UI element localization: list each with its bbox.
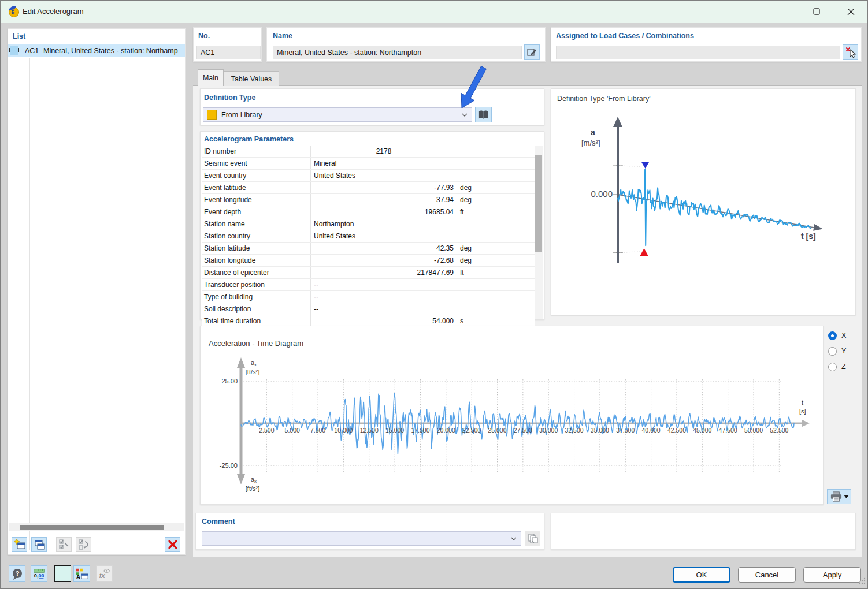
invert-selection-button[interactable]	[76, 537, 91, 552]
number-field[interactable]: AC1	[196, 46, 261, 59]
parameter-value: --	[311, 279, 457, 290]
formula-button[interactable]: fx	[96, 565, 113, 582]
list-item-no: AC1	[21, 47, 40, 55]
comment-combo[interactable]	[202, 531, 521, 546]
list-panel: List AC1Mineral, United States - station…	[8, 28, 186, 555]
help-icon: ?	[11, 568, 24, 580]
library-preview-diagram: a[m/s²]0.000t [s]	[551, 89, 856, 316]
rename-button[interactable]	[524, 44, 540, 60]
axis-radio-z[interactable]: Z	[828, 361, 846, 372]
name-group: Name Mineral, United States - station: N…	[266, 27, 546, 62]
apply-button[interactable]: Apply	[803, 567, 861, 583]
print-dropdown-icon	[844, 495, 849, 498]
delete-button[interactable]	[165, 537, 180, 552]
app-icon: 6	[8, 5, 20, 17]
list-horizontal-scrollbar[interactable]	[9, 523, 184, 531]
svg-text:42.500: 42.500	[667, 427, 686, 434]
print-button[interactable]	[827, 489, 851, 504]
display-settings-button[interactable]: A	[73, 565, 90, 582]
deselect-cursor-icon	[845, 47, 856, 58]
copy-comment-button[interactable]	[525, 531, 540, 546]
help-button[interactable]: ?	[9, 565, 25, 582]
accelerogram-list: AC1Mineral, United States - station: Nor…	[8, 44, 185, 57]
svg-text:27.500: 27.500	[514, 427, 532, 434]
svg-text:ax: ax	[251, 476, 257, 484]
units-settings-button[interactable]: 0,00	[31, 565, 47, 582]
acceleration-time-chart: 25.00-25.002.5005.0007.50010.00012.50015…	[201, 326, 824, 505]
new-accelerogram-button[interactable]	[12, 537, 27, 552]
assigned-field[interactable]	[556, 46, 840, 59]
chevron-down-icon	[511, 537, 517, 540]
edit-pencil-icon	[526, 47, 537, 58]
parameter-label: Station country	[202, 230, 311, 242]
assigned-group: Assigned to Load Cases / Combinations	[551, 27, 862, 62]
tab-table-values-label: Table Values	[231, 75, 272, 83]
check-all-button[interactable]	[56, 537, 72, 552]
list-item-swatch	[10, 46, 18, 55]
clear-assignment-button[interactable]	[843, 44, 858, 60]
preview-panel: Definition Type 'From Library' a[m/s²]0.…	[551, 88, 856, 315]
list-title: List	[13, 32, 25, 40]
name-field[interactable]: Mineral, United States - station: Northa…	[273, 46, 522, 59]
number-label: No.	[198, 32, 210, 40]
parameter-row: Event countryUnited States	[202, 170, 535, 182]
window-title: Edit Accelerogram	[23, 7, 84, 16]
parameter-unit	[457, 279, 535, 290]
svg-text:47.500: 47.500	[719, 427, 737, 434]
parameter-label: ID number	[202, 146, 311, 157]
definition-type-combo[interactable]: From Library	[203, 107, 472, 122]
svg-text:t: t	[802, 399, 803, 406]
definition-type-value: From Library	[221, 111, 262, 119]
parameter-row: Station longitude-72.68deg	[202, 255, 535, 267]
svg-text:[s]: [s]	[799, 408, 806, 415]
svg-text:?: ?	[15, 570, 19, 577]
svg-text:[ft/s²]: [ft/s²]	[246, 485, 259, 492]
new-item-icon	[13, 538, 26, 551]
svg-text:10.000: 10.000	[334, 427, 353, 434]
close-button[interactable]	[838, 3, 863, 20]
copy-accelerogram-button[interactable]	[31, 537, 47, 552]
radio-label: Y	[841, 347, 846, 355]
svg-text:2.500: 2.500	[259, 427, 274, 434]
parameter-value: Mineral	[311, 158, 457, 169]
parameters-scrollbar[interactable]	[535, 146, 543, 319]
parameter-label: Type of building	[202, 291, 311, 303]
display-settings-icon: A	[75, 567, 89, 581]
axis-radio-y[interactable]: Y	[828, 345, 846, 357]
maximize-button[interactable]	[804, 3, 829, 20]
parameter-label: Total time duration	[202, 315, 311, 327]
parameter-value: --	[311, 303, 457, 315]
parameter-value: -72.68	[311, 255, 457, 266]
list-item[interactable]: AC1Mineral, United States - station: Nor…	[8, 44, 185, 57]
parameter-unit	[457, 230, 535, 242]
resize-grip[interactable]	[858, 577, 866, 585]
svg-text:fx: fx	[99, 571, 105, 580]
number-group: No. AC1	[193, 27, 262, 62]
parameter-label: Transducer position	[202, 279, 311, 290]
color-scheme-button[interactable]	[54, 565, 71, 582]
assigned-label: Assigned to Load Cases / Combinations	[556, 32, 694, 40]
tab-table-values[interactable]: Table Values	[224, 71, 279, 86]
svg-text:37.500: 37.500	[616, 427, 635, 434]
scrollbar-thumb[interactable]	[535, 155, 542, 252]
parameter-unit: ft	[457, 206, 535, 218]
formula-fx-icon: fx	[98, 567, 112, 581]
tab-main-label: Main	[203, 74, 218, 82]
tab-main[interactable]: Main	[198, 69, 224, 86]
parameter-row: Transducer position--	[202, 279, 535, 291]
cancel-button[interactable]: Cancel	[738, 567, 796, 583]
radio-icon	[828, 347, 837, 356]
axis-radio-x[interactable]: X	[828, 330, 846, 341]
svg-text:17.500: 17.500	[411, 427, 429, 434]
copy-pages-icon	[527, 533, 539, 545]
scrollbar-thumb[interactable]	[20, 525, 164, 530]
svg-text:52.500: 52.500	[770, 427, 788, 434]
parameter-row: Station countryUnited States	[202, 230, 535, 243]
parameter-label: Event longitude	[202, 194, 311, 206]
svg-text:a: a	[591, 128, 595, 137]
svg-text:25.00: 25.00	[221, 378, 238, 385]
ok-button[interactable]: OK	[673, 567, 730, 583]
svg-text:A: A	[76, 574, 80, 580]
svg-text:12.500: 12.500	[360, 427, 379, 434]
parameter-label: Distance of epicenter	[202, 267, 311, 278]
